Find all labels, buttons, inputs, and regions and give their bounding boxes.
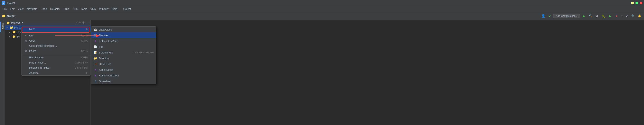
collapse-all-button[interactable]: ≡	[76, 21, 77, 24]
copy-icon: ⎘	[24, 39, 28, 42]
submenu-scratch-label: Scratch File	[99, 51, 134, 54]
menu-edit[interactable]: Edit	[8, 7, 16, 11]
ctx-item-find-usages[interactable]: Find Usages Alt+F7	[22, 55, 90, 60]
paste-icon: ⎗	[24, 49, 28, 52]
submenu-module[interactable]: Module...	[91, 32, 156, 38]
expand-arrow-scratch: ▶	[9, 36, 12, 38]
title-bar: IJ project	[0, 0, 644, 6]
ctx-item-cut[interactable]: ✂ Cut Ctrl+X	[22, 33, 90, 38]
submenu-scratch-shortcut: Ctrl+Alt+Shift+Insert	[134, 51, 154, 54]
expand-arrow-ext: ▶	[9, 31, 12, 33]
cut-icon: ✂	[24, 34, 28, 37]
main-layout: Project 📁 Project ▼ ≡ ≟ ⚙ — ▶ 📁 proj... …	[0, 20, 644, 125]
kotlin-worksheet-icon: K	[94, 74, 97, 77]
panel-title: Project	[11, 21, 20, 24]
submenu-directory-label: Directory	[99, 57, 110, 60]
help-icon-button[interactable]: ?	[620, 14, 624, 18]
context-menu: New ▶ ✂ Cut Ctrl+X ⎘ Copy Ctrl+C Copy Pa…	[21, 26, 91, 76]
menu-run[interactable]: Run	[71, 7, 79, 11]
submenu-kotlin-worksheet-label: Kotlin Worksheet	[99, 74, 119, 77]
run-button[interactable]: ▶	[581, 13, 587, 19]
ctx-find-usages-label: Find Usages	[29, 56, 77, 59]
submenu-kotlin-worksheet[interactable]: K Kotlin Worksheet	[91, 73, 156, 78]
ctx-item-new[interactable]: New ▶	[22, 27, 90, 32]
menu-navigate[interactable]: Navigate	[25, 7, 39, 11]
submenu-directory[interactable]: 📁 Directory	[91, 55, 156, 61]
close-button[interactable]	[640, 2, 642, 4]
ctx-replace-label: Replace in Files...	[29, 66, 71, 69]
ctx-find-in-files-label: Find in Files...	[29, 61, 71, 64]
html-file-icon: H	[94, 62, 97, 66]
window-title: project	[7, 2, 15, 5]
expand-all-button[interactable]: ≟	[78, 21, 81, 24]
ctx-copy-label: Copy	[29, 39, 77, 42]
search-button[interactable]: 🔍	[630, 14, 636, 18]
ctx-item-analyze[interactable]: Analyze ▶	[22, 70, 90, 75]
ctx-item-replace-in-files[interactable]: Replace in Files... Ctrl+Shift+R	[22, 65, 90, 70]
ctx-new-label: New	[29, 28, 86, 31]
toolbar-project-title: project	[6, 14, 15, 18]
toolbar: 📁 project 👤 ✔ Add Configuration... ▶ 🔨 ↺…	[0, 12, 644, 20]
submenu-file[interactable]: 📄 File	[91, 44, 156, 50]
add-configuration-button[interactable]: Add Configuration...	[553, 14, 580, 18]
menu-bar-title: project	[123, 7, 131, 11]
debug-button[interactable]: 🐛	[601, 13, 606, 19]
menu-code[interactable]: Code	[39, 7, 49, 11]
ctx-analyze-label: Analyze	[29, 71, 86, 74]
svg-rect-1	[94, 34, 95, 35]
submenu-java-label: Java Class	[99, 28, 112, 31]
kotlin-script-icon: K	[94, 68, 97, 71]
menu-refactor[interactable]: Refactor	[49, 7, 62, 11]
project-folder-icon: 📁	[10, 26, 13, 29]
vcs-button[interactable]: ✔	[547, 13, 552, 19]
submenu-new: ☕ Java Class Module... K Kotlin	[91, 27, 156, 84]
submenu-html-file[interactable]: H HTML File	[91, 61, 156, 67]
scratch-folder-icon: 📁	[12, 35, 16, 38]
submenu-module-label: Module...	[99, 34, 110, 37]
submenu-stylesheet[interactable]: S Stylesheet	[91, 78, 156, 84]
menu-window[interactable]: Window	[98, 7, 110, 11]
build-button[interactable]: 🔨	[588, 13, 593, 19]
menu-file[interactable]: File	[1, 7, 8, 11]
separator-1	[22, 32, 90, 32]
settings-button[interactable]: ⚙	[82, 21, 85, 24]
submenu-stylesheet-label: Stylesheet	[99, 80, 112, 83]
translate-button[interactable]: A	[625, 14, 629, 18]
ctx-item-find-in-files[interactable]: Find in Files... Ctrl+Shift+F	[22, 60, 90, 65]
submenu-kotlin-class[interactable]: K Kotlin Class/File	[91, 38, 156, 44]
stop-button[interactable]: ■	[614, 13, 620, 19]
menu-view[interactable]: View	[16, 7, 25, 11]
menu-tools[interactable]: Tools	[79, 7, 89, 11]
notifications-button[interactable]: 🔔	[637, 14, 642, 18]
main-editor-area	[91, 20, 644, 125]
submenu-kotlin-script[interactable]: K Kotlin Script	[91, 67, 156, 73]
close-panel-button[interactable]: —	[86, 21, 89, 24]
ctx-item-copy[interactable]: ⎘ Copy Ctrl+C	[22, 38, 90, 43]
ctx-replace-shortcut: Ctrl+Shift+R	[75, 66, 88, 69]
ctx-paste-label: Paste	[29, 49, 77, 52]
run-app-button[interactable]: ▶	[607, 13, 613, 19]
account-button[interactable]: 👤	[540, 13, 546, 19]
external-folder-icon: 📁	[12, 30, 16, 34]
project-panel: 📁 Project ▼ ≡ ≟ ⚙ — ▶ 📁 proj... ▶ 📁 Exte…	[5, 20, 91, 125]
ctx-item-paste[interactable]: ⎗ Paste Ctrl+V	[22, 48, 90, 54]
ctx-copy-path-label: Copy Path/Reference...	[29, 44, 88, 47]
reload-button[interactable]: ↺	[594, 13, 600, 19]
minimize-button[interactable]	[631, 2, 634, 4]
sidebar-item-project[interactable]: Project	[0, 22, 4, 32]
menu-vcs[interactable]: VCS	[89, 7, 98, 11]
app-icon: IJ	[2, 1, 5, 5]
submenu-scratch[interactable]: 📝 Scratch File Ctrl+Alt+Shift+Insert	[91, 50, 156, 55]
ctx-cut-label: Cut	[29, 34, 77, 37]
maximize-button[interactable]	[636, 2, 638, 4]
menu-help[interactable]: Help	[110, 7, 119, 11]
menu-build[interactable]: Build	[62, 7, 71, 11]
panel-dropdown-arrow[interactable]: ▼	[21, 21, 24, 24]
project-panel-header: 📁 Project ▼ ≡ ≟ ⚙ —	[5, 20, 90, 25]
ctx-item-copy-path[interactable]: Copy Path/Reference...	[22, 43, 90, 48]
ctx-find-in-files-shortcut: Ctrl+Shift+F	[75, 61, 88, 64]
stylesheet-icon: S	[94, 79, 97, 83]
side-tabs: Project	[0, 20, 5, 125]
toolbar-folder-icon: 📁	[2, 14, 6, 18]
submenu-java-class[interactable]: ☕ Java Class	[91, 27, 156, 32]
